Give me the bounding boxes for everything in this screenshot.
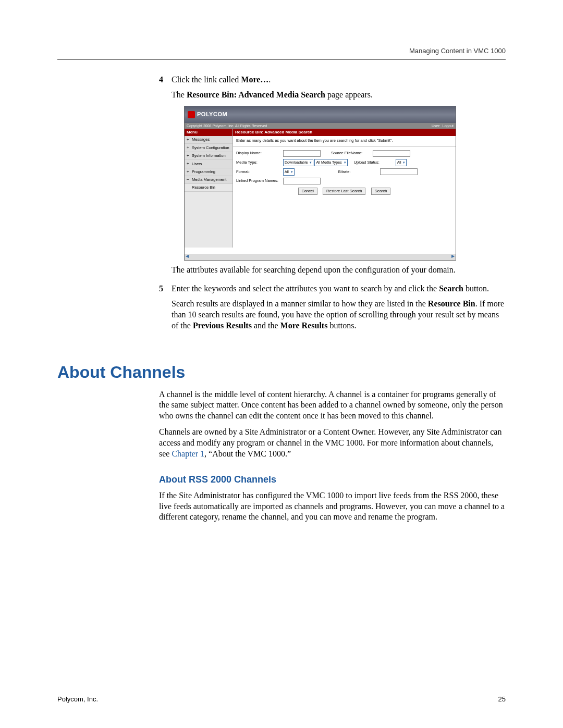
polycom-logo-icon: [188, 111, 195, 118]
expand-icon: +: [187, 161, 191, 166]
s4l2b: page appears.: [325, 90, 373, 99]
menu-users[interactable]: +Users: [185, 160, 232, 168]
heading-rss-channels: About RSS 2000 Channels: [159, 474, 506, 486]
step-4-number: 4: [159, 75, 172, 280]
s5bold: Search: [439, 284, 463, 293]
expand-icon: +: [187, 145, 191, 150]
restore-button[interactable]: Restore Last Search: [323, 188, 365, 195]
input-bitrate[interactable]: [380, 168, 418, 175]
step4-line2: The Resource Bin: Advanced Media Search …: [172, 90, 506, 101]
expand-icon: +: [187, 169, 191, 175]
header-rule: [57, 59, 506, 60]
input-display-name[interactable]: [283, 150, 321, 157]
select-downloadable[interactable]: Downloadable: [283, 159, 313, 166]
scroll-left-icon[interactable]: ◀: [186, 254, 189, 259]
menu-item-label: Users: [192, 162, 202, 167]
menu-item-label: Resource Bin: [192, 185, 215, 190]
select-all-media[interactable]: All Media Types: [314, 159, 347, 166]
search-button[interactable]: Search: [371, 188, 391, 195]
cancel-button[interactable]: Cancel: [298, 188, 317, 195]
embedded-screenshot: POLYCOM Copyright 2008 Polycom, Inc. All…: [184, 106, 456, 261]
step-5-number: 5: [159, 283, 172, 336]
select-upload-status[interactable]: All: [396, 159, 407, 166]
s5a: Enter the keywords and select the attrib…: [172, 284, 439, 293]
scroll-right-icon[interactable]: ▶: [451, 254, 455, 259]
heading-about-channels: About Channels: [57, 363, 506, 382]
lbl-bitrate: Bitrate:: [338, 169, 380, 175]
footer-left: Polycom, Inc.: [57, 695, 98, 703]
s5b: button.: [463, 284, 489, 293]
step-5-para2: Search results are displayed in a manner…: [172, 299, 506, 331]
select-format[interactable]: All: [283, 168, 295, 176]
expand-icon: +: [187, 153, 191, 158]
menu-item-label: System Configuration: [192, 145, 229, 151]
lbl-upload-status: Upload Status:: [354, 160, 396, 165]
menu-sysinfo[interactable]: +System Information: [185, 152, 232, 160]
polycom-logo-text: POLYCOM: [197, 110, 227, 118]
rss-para: If the Site Administrator has configured…: [159, 490, 506, 523]
ss-menu-header: Menu: [185, 129, 232, 136]
s4l2a: The: [172, 90, 187, 99]
expand-icon: +: [187, 137, 191, 142]
input-linked[interactable]: [283, 178, 321, 184]
s5p2b1: Resource Bin: [428, 299, 475, 308]
ss-copyright: Copyright 2008 Polycom, Inc. All Rights …: [187, 124, 267, 128]
lbl-display-name: Display Name:: [236, 151, 283, 156]
lbl-linked: Linked Program Names:: [236, 178, 283, 183]
collapse-icon: –: [187, 177, 191, 182]
ss-panel-title: Resource Bin: Advanced Media Search: [233, 129, 456, 136]
s4l2bold: Resource Bin: Advanced Media Search: [187, 90, 325, 99]
s5p2e: buttons.: [327, 321, 356, 330]
s5p2b3: More Results: [280, 321, 328, 330]
step-5: 5 Enter the keywords and select the attr…: [159, 283, 506, 336]
menu-item-label: System Information: [192, 153, 226, 158]
p2b: , “About the VMC 1000.”: [204, 449, 291, 458]
ss-userarea: User: Logout: [432, 124, 454, 128]
chapter1-link[interactable]: Chapter 1: [172, 449, 204, 458]
footer-page-number: 25: [498, 695, 506, 703]
ss-banner: POLYCOM: [185, 106, 456, 123]
ss-menu: Menu +Messages +System Configuration +Sy…: [185, 129, 233, 248]
ss-form: Display Name: Source FileName: Media Typ…: [233, 147, 456, 198]
s5p2a: Search results are displayed in a manner…: [172, 299, 428, 308]
ss-user-label: User:: [432, 124, 440, 128]
lbl-media-type: Media Type:: [236, 160, 283, 165]
polycom-logo: POLYCOM: [188, 110, 227, 118]
ss-logout[interactable]: Logout: [443, 124, 454, 128]
ss-button-row: Cancel Restore Last Search Search: [236, 188, 452, 195]
sel-val: Downloadable: [285, 160, 308, 165]
s5p2b2: Previous Results: [193, 321, 252, 330]
channels-para1: A channel is the middle level of content…: [159, 389, 506, 422]
sel-val: All: [285, 169, 289, 174]
ss-main: Resource Bin: Advanced Media Search Ente…: [233, 129, 456, 248]
ss-scrollbar[interactable]: ◀▶: [185, 254, 456, 260]
step-4-text: Click the link called More…. The Resourc…: [172, 75, 506, 280]
menu-resourcebin[interactable]: Resource Bin: [185, 184, 232, 192]
step4-b: .: [268, 75, 271, 84]
page-header-right: Managing Content in VMC 1000: [57, 47, 506, 55]
step4-bold: More…: [241, 75, 268, 84]
step-5-text: Enter the keywords and select the attrib…: [172, 283, 506, 336]
menu-item-label: Media Management: [192, 177, 226, 182]
menu-programming[interactable]: +Programming: [185, 168, 232, 176]
lbl-source-filename: Source FileName:: [331, 151, 373, 156]
page-footer: Polycom, Inc. 25: [57, 695, 506, 703]
step-4: 4 Click the link called More…. The Resou…: [159, 75, 506, 280]
sel-val: All Media Types: [316, 160, 341, 165]
menu-sysconfig[interactable]: +System Configuration: [185, 144, 232, 152]
menu-messages[interactable]: +Messages: [185, 136, 232, 144]
menu-item-label: Programming: [192, 169, 215, 175]
ss-copyright-bar: Copyright 2008 Polycom, Inc. All Rights …: [185, 123, 456, 129]
channels-para2: Channels are owned by a Site Administrat…: [159, 427, 506, 459]
lbl-format: Format:: [236, 169, 283, 175]
menu-mediamgmt[interactable]: –Media Management: [185, 176, 232, 184]
step4-a: Click the link called: [172, 75, 241, 84]
s5p2d: and the: [252, 321, 280, 330]
after-ss-para: The attributes available for searching d…: [172, 265, 506, 276]
sel-val: All: [397, 160, 401, 165]
input-source-filename[interactable]: [373, 150, 410, 157]
menu-item-label: Messages: [192, 137, 210, 142]
ss-instruction: Enter as many details as you want about …: [233, 136, 456, 147]
